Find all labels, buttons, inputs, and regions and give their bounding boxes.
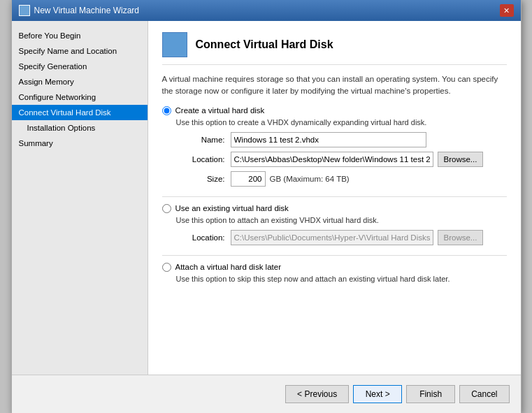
sidebar-item-specify-name-location[interactable]: Specify Name and Location	[12, 43, 148, 59]
attach-later-desc: Use this option to skip this step now an…	[176, 275, 507, 283]
cancel-button[interactable]: Cancel	[459, 385, 509, 403]
size-unit: GB (Maximum: 64 TB)	[270, 175, 350, 183]
radio-create-new-text: Create a virtual hard disk	[175, 106, 265, 115]
size-label: Size:	[176, 175, 225, 183]
window-icon	[19, 5, 30, 16]
sidebar-item-assign-memory[interactable]: Assign Memory	[12, 74, 148, 89]
page-icon	[162, 32, 187, 57]
next-button[interactable]: Next >	[353, 385, 402, 403]
page-description: A virtual machine requires storage so th…	[162, 73, 507, 98]
use-existing-desc: Use this option to attach an existing VH…	[176, 216, 507, 224]
page-title: Connect Virtual Hard Disk	[196, 38, 333, 51]
radio-use-existing-label[interactable]: Use an existing virtual hard disk	[162, 204, 507, 213]
location-row: Browse...	[231, 152, 507, 167]
radio-create-new[interactable]	[162, 106, 171, 115]
existing-location-row: Browse...	[231, 230, 507, 245]
radio-attach-later-text: Attach a virtual hard disk later	[175, 263, 282, 271]
existing-browse-button[interactable]: Browse...	[438, 230, 484, 245]
footer: < Previous Next > Finish Cancel	[12, 375, 521, 413]
sidebar-item-installation-options[interactable]: Installation Options	[12, 120, 148, 136]
title-bar-left: New Virtual Machine Wizard	[19, 5, 140, 16]
use-existing-fields: Location: Browse...	[176, 230, 507, 245]
existing-location-input[interactable]	[231, 230, 433, 245]
radio-use-existing[interactable]	[162, 204, 171, 213]
main-content: Connect Virtual Hard Disk A virtual mach…	[148, 21, 521, 375]
divider-1	[162, 196, 507, 197]
sidebar-item-specify-generation[interactable]: Specify Generation	[12, 59, 148, 74]
radio-attach-later-label[interactable]: Attach a virtual hard disk later	[162, 263, 507, 272]
create-new-fields: Name: Location: Browse... Size: GB (Maxi…	[176, 132, 507, 187]
sidebar-item-before-you-begin[interactable]: Before You Begin	[12, 28, 148, 43]
divider-2	[162, 255, 507, 256]
option-use-existing: Use an existing virtual hard disk Use th…	[162, 204, 507, 245]
sidebar-item-summary[interactable]: Summary	[12, 136, 148, 151]
radio-attach-later[interactable]	[162, 263, 171, 272]
option-create-new: Create a virtual hard disk Use this opti…	[162, 106, 507, 187]
sidebar-item-connect-vhd[interactable]: Connect Virtual Hard Disk	[12, 105, 148, 120]
option-attach-later: Attach a virtual hard disk later Use thi…	[162, 263, 507, 283]
previous-button[interactable]: < Previous	[285, 385, 349, 403]
location-label: Location:	[176, 155, 225, 164]
name-label: Name:	[176, 136, 225, 144]
sidebar-item-configure-networking[interactable]: Configure Networking	[12, 89, 148, 105]
finish-button[interactable]: Finish	[406, 385, 455, 403]
radio-use-existing-text: Use an existing virtual hard disk	[175, 204, 289, 212]
vhd-size-input[interactable]	[231, 171, 266, 187]
create-new-desc: Use this option to create a VHDX dynamic…	[176, 118, 507, 126]
title-bar: New Virtual Machine Wizard ✕	[12, 0, 521, 21]
vhd-location-input[interactable]	[231, 152, 433, 167]
window-title: New Virtual Machine Wizard	[34, 6, 140, 15]
dialog-window: New Virtual Machine Wizard ✕ Before You …	[11, 0, 522, 413]
radio-create-new-label[interactable]: Create a virtual hard disk	[162, 106, 507, 115]
size-row: GB (Maximum: 64 TB)	[231, 171, 507, 187]
dialog-body: Before You BeginSpecify Name and Locatio…	[12, 21, 521, 375]
page-header: Connect Virtual Hard Disk	[162, 32, 507, 65]
close-button[interactable]: ✕	[500, 4, 514, 17]
location-browse-button[interactable]: Browse...	[438, 152, 484, 167]
sidebar: Before You BeginSpecify Name and Locatio…	[12, 21, 148, 375]
existing-location-label: Location:	[176, 233, 225, 242]
vhd-name-input[interactable]	[231, 132, 426, 147]
name-row	[231, 132, 507, 147]
